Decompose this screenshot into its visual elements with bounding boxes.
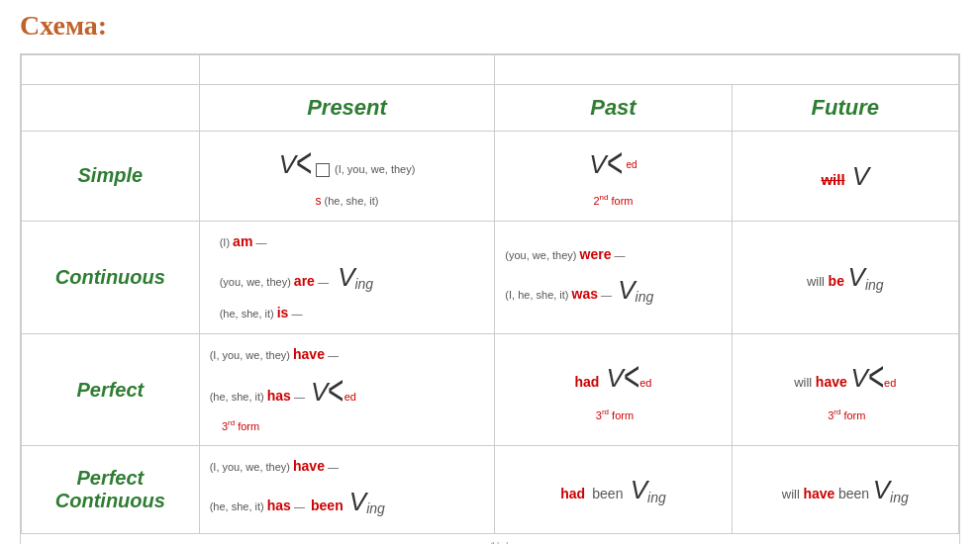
row-simple: Simple V< (I, you, we, they) s (he, she,… [22,132,959,222]
header-past: Past [495,85,732,132]
row-perfect: Perfect (I, you, we, they) have — (he, s… [22,334,959,446]
cell-simple-future: will V [732,132,958,222]
cell-perfect-past: had V<ed 3rd form [495,334,732,446]
cell-perfect-present: (I, you, we, they) have — (he, she, it) … [199,334,495,446]
watermark: www.1k.by [21,534,959,544]
label-continuous: Continuous [22,221,200,333]
header-present: Present [199,85,495,132]
cell-perfect-cont-present: (I, you, we, they) have — (he, she, it) … [199,446,495,534]
row-perfect-continuous: PerfectContinuous (I, you, we, they) hav… [22,446,959,534]
cell-perfect-cont-future: will have been Ving [732,446,958,534]
label-perfect-continuous: PerfectContinuous [22,446,200,534]
cell-perfect-cont-past: had been Ving [495,446,732,534]
grid-wrapper: Present Past Future Simple V< (I, you, w… [20,53,960,544]
label-perfect: Perfect [22,334,200,446]
cell-continuous-past: (you, we, they) were — (I, he, she, it) … [495,221,732,333]
cell-simple-present: V< (I, you, we, they) s (he, she, it) [199,132,495,222]
page-title: Схема: [20,10,960,42]
header-future: Future [732,85,958,132]
cell-simple-past: V< ed 2nd form [495,132,732,222]
row-continuous: Continuous (I) am — (you, we, they) are … [22,221,959,333]
label-simple: Simple [22,132,200,222]
cell-continuous-present: (I) am — (you, we, they) are — Ving (he,… [199,221,495,333]
cell-perfect-future: will have V<ed 3rd form [732,334,958,446]
header-row: Present Past Future [22,85,959,132]
cell-continuous-future: will be Ving [732,221,958,333]
